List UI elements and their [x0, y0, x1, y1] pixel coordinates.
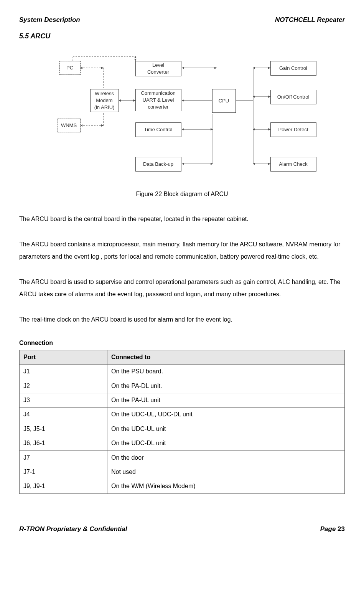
col-port: Port: [20, 350, 107, 364]
cell-port: J5, J5-1: [20, 422, 107, 436]
table-header-row: Port Connected to: [20, 350, 345, 364]
paragraph-4: The real-time clock on the ARCU board is…: [19, 314, 345, 326]
figure-caption: Figure 22 Block diagram of ARCU: [19, 190, 345, 198]
cell-value: On the UDC-UL unit: [107, 422, 344, 436]
cell-value: On the PA-DL unit.: [107, 379, 344, 393]
page-header: System Description NOTCHCELL Repeater: [19, 15, 345, 25]
diagram-box-cpu: CPU: [212, 89, 236, 113]
table-row: J1On the PSU board.: [20, 365, 345, 379]
diagram-box-time: Time Control: [135, 122, 181, 137]
section-title: 5.5 ARCU: [19, 31, 345, 41]
table-row: J7On the door: [20, 450, 345, 465]
diagram-box-power: Power Detect: [270, 122, 316, 137]
diagram-box-gain: Gain Control: [270, 61, 316, 76]
table-row: J7-1Not used: [20, 465, 345, 479]
table-row: J9, J9-1On the W/M (Wireless Modem): [20, 479, 345, 493]
footer-left: R-TRON Proprietary & Confidential: [19, 525, 127, 534]
page-number: 23: [338, 525, 345, 533]
table-row: J6, J6-1On the UDC-DL unit: [20, 436, 345, 450]
paragraph-3: The ARCU board is used to supervise and …: [19, 276, 345, 300]
diagram-box-pc: PC: [59, 61, 81, 75]
table-row: J5, J5-1On the UDC-UL unit: [20, 422, 345, 436]
cell-value: On the PSU board.: [107, 365, 344, 379]
footer-page: Page 23: [320, 525, 345, 534]
diagram-box-levelconv: Level Converter: [135, 61, 181, 76]
connection-table: Port Connected to J1On the PSU board. J2…: [19, 350, 345, 494]
cell-value: On the W/M (Wireless Modem): [107, 479, 344, 493]
page-footer: R-TRON Proprietary & Confidential Page 2…: [19, 525, 345, 534]
table-row: J3On the PA-UL unit: [20, 393, 345, 407]
paragraph-1: The ARCU board is the central board in t…: [19, 213, 345, 225]
cell-port: J2: [20, 379, 107, 393]
col-connectedto: Connected to: [107, 350, 344, 364]
connection-heading: Connection: [19, 339, 345, 347]
page-label: Page: [320, 525, 338, 533]
paragraph-2: The ARCU board contains a microprocessor…: [19, 238, 345, 263]
cell-port: J7-1: [20, 465, 107, 479]
cell-value: On the PA-UL unit: [107, 393, 344, 407]
cell-port: J3: [20, 393, 107, 407]
header-left: System Description: [19, 15, 80, 25]
cell-port: J4: [20, 408, 107, 422]
table-row: J2On the PA-DL unit.: [20, 379, 345, 393]
cell-port: J7: [20, 450, 107, 465]
cell-port: J6, J6-1: [20, 436, 107, 450]
cell-value: Not used: [107, 465, 344, 479]
table-row: J4On the UDC-UL, UDC-DL unit: [20, 408, 345, 422]
diagram-box-wnms: WNMS: [58, 119, 81, 132]
diagram-box-alarm: Alarm Check: [270, 157, 316, 172]
block-diagram: PC WNMS Wireless Modem (in ARIU) Level C…: [19, 53, 345, 183]
diagram-box-backup: Data Back-up: [135, 157, 181, 172]
cell-port: J1: [20, 365, 107, 379]
diagram-box-modem: Wireless Modem (in ARIU): [90, 89, 119, 112]
cell-value: On the UDC-DL unit: [107, 436, 344, 450]
cell-port: J9, J9-1: [20, 479, 107, 493]
diagram-box-onoff: On/Off Control: [270, 90, 316, 104]
cell-value: On the UDC-UL, UDC-DL unit: [107, 408, 344, 422]
header-right: NOTCHCELL Repeater: [275, 15, 345, 25]
cell-value: On the door: [107, 450, 344, 465]
diagram-box-comm: Communication UART & Level converter: [135, 89, 181, 111]
